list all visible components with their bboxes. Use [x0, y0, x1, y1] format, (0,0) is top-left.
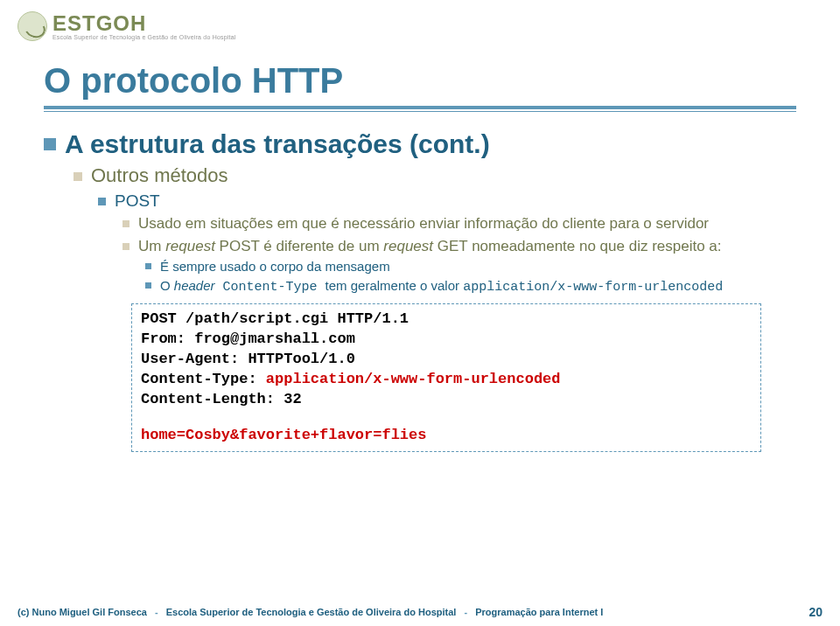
footer-course: Programação para Internet I	[475, 607, 603, 617]
mono-content-type: Content-Type	[215, 280, 326, 295]
code-content-type-value: application/x-www-form-urlencoded	[266, 371, 561, 387]
bullet-marker-square-icon	[145, 282, 151, 289]
footer-separator-icon: -	[458, 607, 472, 617]
slide-header: ESTGOH Escola Superior de Tecnologia e G…	[0, 0, 840, 52]
bullet-level2: Outros métodos	[74, 164, 796, 187]
italic-request: request	[165, 238, 215, 254]
level4b-text: Um request POST é diferente de um reques…	[138, 237, 722, 256]
logo-icon	[18, 11, 47, 41]
bullet-marker-square-icon	[98, 198, 106, 205]
footer-school: Escola Superior de Tecnologia e Gestão d…	[166, 607, 457, 617]
bullet-level5: O header Content-Type tem geralmente o v…	[145, 277, 796, 296]
bullet-marker-square-icon	[44, 138, 56, 150]
bullet-level5: É sempre usado o corpo da mensagem	[145, 258, 796, 275]
bullet-level3: POST	[98, 191, 796, 212]
code-line: From: frog@jmarshall.com	[141, 330, 752, 350]
text-fragment: POST é diferente de um	[215, 238, 383, 254]
code-line: Content-Type: application/x-www-form-url…	[141, 370, 752, 390]
text-fragment: O	[160, 278, 174, 293]
bullet-marker-square-icon	[122, 220, 130, 227]
bullet-marker-square-icon	[145, 263, 151, 269]
code-line: User-Agent: HTTPTool/1.0	[141, 350, 752, 370]
code-fragment: Content-Type:	[141, 371, 266, 387]
bullet-level4: Um request POST é diferente de um reques…	[122, 237, 796, 256]
text-fragment: tem geralmente o valor	[326, 278, 464, 293]
italic-header: header	[174, 278, 215, 293]
logo-acronym: ESTGOH	[52, 13, 236, 34]
subtitle: A estrutura das transações (cont.)	[65, 129, 490, 159]
level3-text: POST	[115, 191, 160, 212]
code-line: Content-Length: 32	[141, 390, 752, 410]
bullet-level4: Usado em situações em que é necessário e…	[122, 214, 796, 233]
text-fragment: GET nomeadamente no que diz respeito a:	[433, 238, 722, 254]
logo-fullname: Escola Superior de Tecnologia e Gestão d…	[52, 34, 236, 40]
http-example-box: POST /path/script.cgi HTTP/1.1 From: fro…	[131, 303, 761, 452]
slide-footer: (c) Nuno Miguel Gil Fonseca - Escola Sup…	[0, 605, 840, 619]
level5b-text: O header Content-Type tem geralmente o v…	[160, 277, 723, 296]
footer-separator-icon: -	[150, 607, 164, 617]
footer-left: (c) Nuno Miguel Gil Fonseca - Escola Sup…	[18, 607, 603, 617]
code-blank-line	[141, 410, 752, 426]
bullet-marker-square-icon	[122, 243, 130, 250]
footer-author: (c) Nuno Miguel Gil Fonseca	[18, 607, 147, 617]
school-logo: ESTGOH Escola Superior de Tecnologia e G…	[18, 11, 236, 41]
level4a-text: Usado em situações em que é necessário e…	[138, 214, 709, 233]
slide-content: O protocolo HTTP A estrutura das transaç…	[0, 52, 840, 452]
slide-title: O protocolo HTTP	[44, 61, 796, 101]
page-number: 20	[808, 605, 822, 619]
italic-request: request	[383, 238, 433, 254]
bullet-marker-square-icon	[74, 172, 82, 181]
bullet-level1: A estrutura das transações (cont.)	[44, 129, 796, 159]
code-body-line: home=Cosby&favorite+flavor=flies	[141, 426, 752, 446]
title-divider-thick	[44, 106, 796, 109]
text-fragment: Um	[138, 238, 165, 254]
level5a-text: É sempre usado o corpo da mensagem	[160, 258, 390, 275]
mono-mime-value: application/x-www-form-urlencoded	[463, 280, 723, 295]
level2-text: Outros métodos	[91, 164, 228, 187]
title-divider-thin	[44, 111, 796, 112]
logo-text: ESTGOH Escola Superior de Tecnologia e G…	[52, 13, 236, 40]
code-line: POST /path/script.cgi HTTP/1.1	[141, 310, 752, 330]
